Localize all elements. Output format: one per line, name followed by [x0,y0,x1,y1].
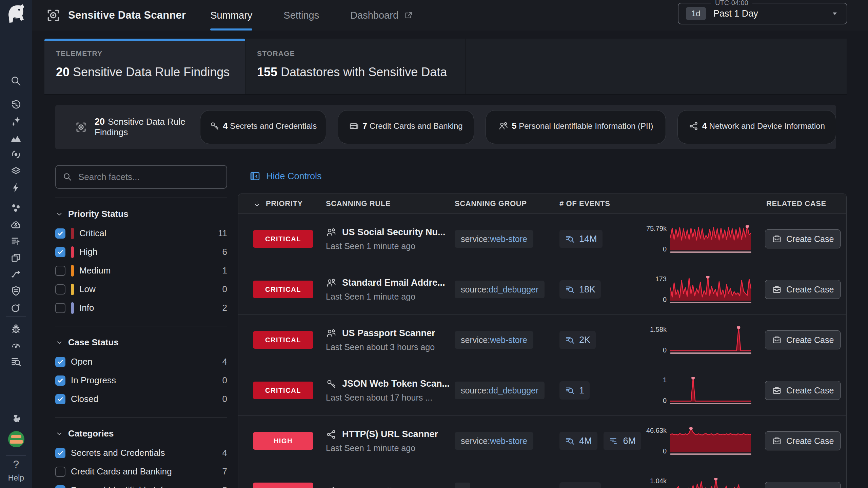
facet-item[interactable]: Critical 11 [55,224,227,243]
user-avatar[interactable] [8,431,24,447]
checkbox-checked[interactable] [55,485,65,488]
error-tracking-icon[interactable] [10,323,22,335]
event-count-badge[interactable]: 6M [604,432,642,450]
datadog-logo-icon[interactable] [6,3,26,24]
checkbox[interactable] [55,266,65,276]
checkbox-checked[interactable] [55,394,65,404]
checkbox-checked[interactable] [55,448,65,458]
checkbox-checked[interactable] [55,247,65,257]
facet-item[interactable]: Medium 1 [55,261,227,280]
search-icon[interactable] [10,75,22,87]
history-icon[interactable] [10,99,22,111]
facet-item[interactable]: Personal Identifiable Informa... 5 [55,481,227,488]
create-case-button[interactable]: Create Case [765,229,841,248]
column-header-scanning-group[interactable]: SCANNING GROUP [455,199,555,208]
scanning-rule-name[interactable]: Human Full Name Sca... [342,486,446,488]
column-header-events[interactable]: # OF EVENTS [555,199,765,208]
event-count-badge[interactable]: 18K [559,280,601,299]
people-icon [326,328,337,339]
tab-dashboard[interactable]: Dashboard [350,0,413,30]
checkbox-checked[interactable] [55,375,65,386]
scanning-group-tag[interactable]: source:dd_debugger [455,281,545,298]
column-header-priority[interactable]: PRIORITY [238,199,326,208]
category-filter-pill[interactable]: 4 Secrets and Credentials [200,110,326,144]
scanning-group-tag[interactable]: source:dd_debugger [455,382,545,399]
scanning-rule-name[interactable]: JSON Web Token Scan... [342,379,450,389]
log-forwarding-icon[interactable] [10,236,22,248]
scanning-rule-name[interactable]: HTTP(S) URL Scanner [342,429,438,440]
create-case-button[interactable]: Create Case [765,431,841,450]
summary-card-telemetry[interactable]: TELEMETRY 20Sensitive Data Rule Findings [44,39,245,94]
facet-label: Info [79,303,94,313]
checkbox-checked[interactable] [55,228,65,239]
scrollbar-track[interactable] [854,64,854,488]
scanning-rule-name[interactable]: US Passport Scanner [342,328,435,339]
table-row[interactable]: CRITICAL US Passport Scanner Last Seen a… [238,315,846,365]
table-row[interactable]: HIGH HTTP(S) URL Scanner Last Seen 1 min… [238,416,846,466]
event-count-badge[interactable]: 27K [559,482,601,488]
facet-item[interactable]: In Progress 0 [55,371,227,390]
table-row[interactable]: CRITICAL Standard Email Addre... Last Se… [238,264,846,315]
apm-icon[interactable] [10,149,22,161]
tab-settings[interactable]: Settings [283,0,319,30]
synthetics-icon[interactable] [10,302,22,314]
workflows-icon[interactable] [10,182,22,194]
category-filter-pill[interactable]: 4 Network and Device Information [677,110,836,144]
checkbox[interactable] [55,303,65,313]
facet-group-header[interactable]: Priority Status [55,207,227,221]
facet-item[interactable]: Closed 0 [55,390,227,408]
help-button[interactable]: ? Help [0,458,32,483]
create-case-button[interactable]: Create Case [765,381,841,400]
metrics-icon[interactable] [10,132,22,144]
facet-search-input[interactable] [78,171,220,183]
scanning-group-tag[interactable]: service:web-store [455,331,533,349]
time-range-picker[interactable]: UTC-04:00 1d Past 1 Day [678,3,847,24]
checkbox-checked[interactable] [55,357,65,367]
facet-item[interactable]: Credit Cards and Banking 7 [55,462,227,481]
bits-ai-icon[interactable] [10,116,22,128]
facet-group-header[interactable]: Case Status [55,335,227,350]
create-case-button[interactable]: Create Case [765,482,841,488]
table-row[interactable]: CRITICAL US Social Security Nu... Last S… [238,214,846,264]
facet-item[interactable]: Open 4 [55,352,227,371]
summary-card-storage[interactable]: STORAGE 155Datastores with Sensitive Dat… [245,39,466,94]
monitors-icon[interactable] [10,340,22,352]
event-count-badge[interactable]: 14M [559,230,603,248]
dashboards-icon[interactable] [10,252,22,264]
facet-group-header[interactable]: Categories [55,426,227,441]
scanning-group-tag[interactable]: service:web-store [455,230,533,248]
checkbox[interactable] [55,284,65,294]
scanning-rule-name[interactable]: Standard Email Addre... [342,278,445,288]
events-sparkline: 46.63k 0 [646,427,751,455]
app-security-icon[interactable] [10,285,22,298]
service-catalog-icon[interactable] [10,165,22,178]
event-count-badge[interactable]: 1 [559,381,590,400]
table-row[interactable]: CRITICAL JSON Web Token Scan... Last See… [238,365,846,416]
table-row[interactable]: HIGH Human Full Name Sca... * 27K 1.04k … [238,466,846,488]
scanning-rule-name[interactable]: US Social Security Nu... [342,227,446,238]
event-count-badge[interactable]: 4M [559,432,597,450]
scanning-group-tag[interactable]: * [455,483,470,488]
hide-controls-button[interactable]: Hide Controls [249,170,322,182]
facet-item[interactable]: Secrets and Credentials 4 [55,444,227,462]
integrations-icon[interactable] [10,413,22,425]
create-case-button[interactable]: Create Case [765,280,841,299]
last-seen-text: Last Seen 1 minute ago [326,241,455,251]
column-header-related-case[interactable]: RELATED CASE [765,199,846,208]
facet-item[interactable]: High 6 [55,243,227,261]
log-explorer-icon[interactable] [10,356,22,368]
ci-pipelines-icon[interactable] [10,269,22,281]
category-filter-pill[interactable]: 7 Credit Cards and Banking [338,110,474,144]
category-filter-pill[interactable]: 5 Personal Identifiable Information (PII… [486,110,666,144]
column-header-scanning-rule[interactable]: SCANNING RULE [326,199,455,208]
tab-summary[interactable]: Summary [210,0,252,30]
facet-item[interactable]: Low 0 [55,280,227,299]
checkbox[interactable] [55,467,65,477]
event-count-badge[interactable]: 2K [559,331,596,349]
facet-item[interactable]: Info 2 [55,299,227,317]
create-case-button[interactable]: Create Case [765,330,841,349]
people-icon [326,227,337,238]
scanning-group-tag[interactable]: service:web-store [455,432,533,450]
infrastructure-icon[interactable] [10,202,22,215]
cloud-cost-icon[interactable] [10,219,22,231]
